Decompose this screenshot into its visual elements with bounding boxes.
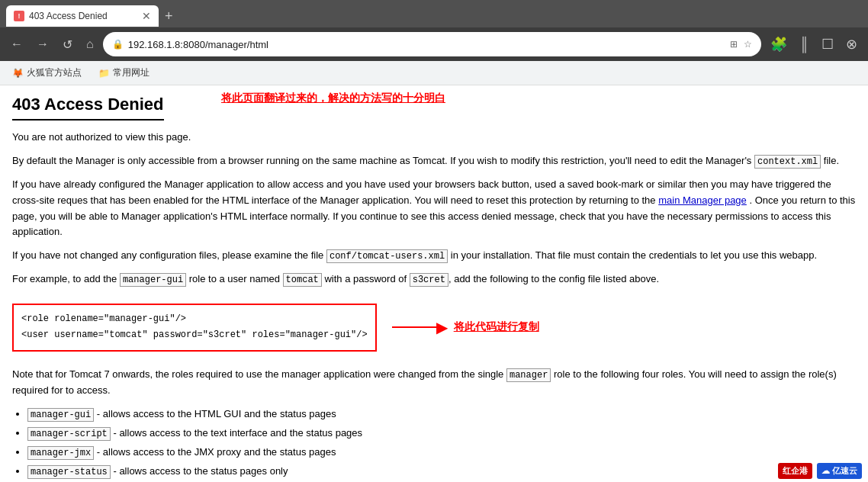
p2-suffix: file.	[821, 155, 839, 166]
tomcat-code: tomcat	[283, 273, 322, 287]
blue-logo-text: 亿速云	[832, 465, 857, 477]
p4-prefix: If you have not changed any configuratio…	[12, 249, 326, 261]
arrow-head: ▶	[436, 318, 448, 336]
p5-suffix: , add the following to the config file l…	[448, 273, 659, 284]
p2-text: By default the Manager is only accessibl…	[12, 155, 754, 166]
extensions-icon[interactable]: 🧩	[766, 33, 792, 56]
role-desc-4: - allows access to the status pages only	[111, 465, 288, 477]
tab-favicon: !	[14, 11, 24, 21]
page-content: 将此页面翻译过来的，解决的方法写的十分明白 403 Access Denied …	[0, 85, 868, 482]
bottom-logos: 红企港 ☁ 亿速云	[772, 460, 868, 482]
bookmark-firefox[interactable]: 🦊 火狐官方站点	[8, 65, 86, 81]
bookmark-common[interactable]: 📁 常用网址	[94, 65, 154, 81]
bookmarks-bar: 🦊 火狐官方站点 📁 常用网址	[0, 61, 868, 85]
tab-title: 403 Access Denied	[29, 11, 137, 21]
red-logo: 红企港	[778, 463, 812, 479]
cloud-icon: ☁	[821, 466, 830, 476]
role-desc-1: - allows access to the HTML GUI and the …	[94, 408, 336, 419]
s3cret-code: s3cret	[410, 273, 448, 287]
arrow-line	[392, 326, 438, 328]
address-text: 192.168.1.8:8080/manager/html	[128, 39, 726, 50]
xml-code-block: <role rolename="manager-gui"/> <user use…	[12, 304, 377, 352]
code-line-2: <user username="tomcat" password="s3cret…	[21, 327, 368, 344]
role-item-1: manager-gui - allows access to the HTML …	[27, 406, 856, 423]
sidebar-icon[interactable]: ║	[795, 34, 814, 56]
bookmark-firefox-label: 火狐官方站点	[27, 66, 82, 79]
bookmark-common-label: 常用网址	[113, 66, 149, 79]
folder-icon: 📁	[98, 68, 110, 79]
p5-middle: role to a user named	[186, 273, 282, 284]
paragraph-2: By default the Manager is only accessibl…	[12, 153, 856, 169]
main-manager-link[interactable]: main Manager page	[658, 194, 747, 206]
role-desc-2: - allows access to the text interface an…	[111, 427, 362, 439]
address-right-icons: ⊞ ☆	[730, 39, 752, 50]
paragraph-3: If you have already configured the Manag…	[12, 177, 856, 240]
browser-toolbar-icons: 🧩 ║ ☐ ⊗	[766, 33, 862, 56]
role-name-2: manager-script	[27, 427, 111, 441]
forward-button[interactable]: →	[32, 34, 53, 54]
annotation-banner-text: 将此页面翻译过来的，解决的方法写的十分明白	[221, 92, 445, 104]
code-annotation: ▶ 将此代码进行复制	[392, 318, 539, 336]
role-item-4: manager-status - allows access to the st…	[27, 464, 856, 480]
tab-bar: ! 403 Access Denied ✕ +	[0, 0, 868, 27]
tomcat-users-xml-code: conf/tomcat-users.xml	[326, 249, 448, 263]
home-button[interactable]: ⌂	[82, 34, 98, 54]
browser-chrome: ! 403 Access Denied ✕ + ← → ↺ ⌂ 🔒 192.16…	[0, 0, 868, 85]
refresh-button[interactable]: ↺	[58, 34, 77, 55]
p5-prefix: For example, to add the	[12, 273, 120, 284]
p6-prefix: Note that for Tomcat 7 onwards, the role…	[12, 368, 506, 380]
p5-middle2: with a password of	[322, 273, 410, 284]
settings-icon[interactable]: ⊗	[841, 33, 862, 56]
page-title: 403 Access Denied	[12, 95, 164, 120]
address-bar[interactable]: 🔒 192.168.1.8:8080/manager/html ⊞ ☆	[103, 32, 762, 56]
address-bar-row: ← → ↺ ⌂ 🔒 192.168.1.8:8080/manager/html …	[0, 27, 868, 61]
context-xml-code: context.xml	[754, 155, 821, 169]
paragraph-5: For example, to add the manager-gui role…	[12, 272, 856, 288]
blue-logo: ☁ 亿速云	[817, 463, 862, 479]
code-line-1: <role rolename="manager-gui"/>	[21, 311, 368, 328]
paragraph-1: You are not authorized to view this page…	[12, 130, 856, 146]
role-name-3: manager-jmx	[27, 446, 94, 460]
role-name-4: manager-status	[27, 465, 111, 479]
roles-list: manager-gui - allows access to the HTML …	[27, 406, 856, 480]
role-name-1: manager-gui	[27, 408, 94, 422]
code-annotation-text: 将此代码进行复制	[454, 320, 539, 334]
manager-gui-code-1: manager-gui	[120, 273, 186, 287]
paragraph-6: Note that for Tomcat 7 onwards, the role…	[12, 367, 856, 399]
tab-close-button[interactable]: ✕	[142, 11, 151, 21]
role-item-2: manager-script - allows access to the te…	[27, 426, 856, 442]
back-button[interactable]: ←	[6, 34, 27, 54]
manager-role-code: manager	[506, 368, 551, 382]
security-icon: 🔒	[112, 39, 124, 50]
annotation-banner: 将此页面翻译过来的，解决的方法写的十分明白	[221, 92, 445, 105]
role-desc-3: - allows access to the JMX proxy and the…	[94, 446, 336, 458]
arrow-container: ▶	[392, 318, 448, 336]
bookmark-star-icon[interactable]: ☆	[744, 39, 752, 50]
active-tab[interactable]: ! 403 Access Denied ✕	[6, 5, 159, 27]
new-tab-button[interactable]: +	[159, 8, 179, 24]
paragraph-4: If you have not changed any configuratio…	[12, 248, 856, 264]
maximize-icon[interactable]: ☐	[817, 33, 838, 56]
grid-icon: ⊞	[730, 39, 738, 50]
firefox-icon: 🦊	[12, 68, 24, 79]
p4-suffix: in your installation. That file must con…	[448, 249, 817, 261]
role-item-3: manager-jmx - allows access to the JMX p…	[27, 445, 856, 461]
